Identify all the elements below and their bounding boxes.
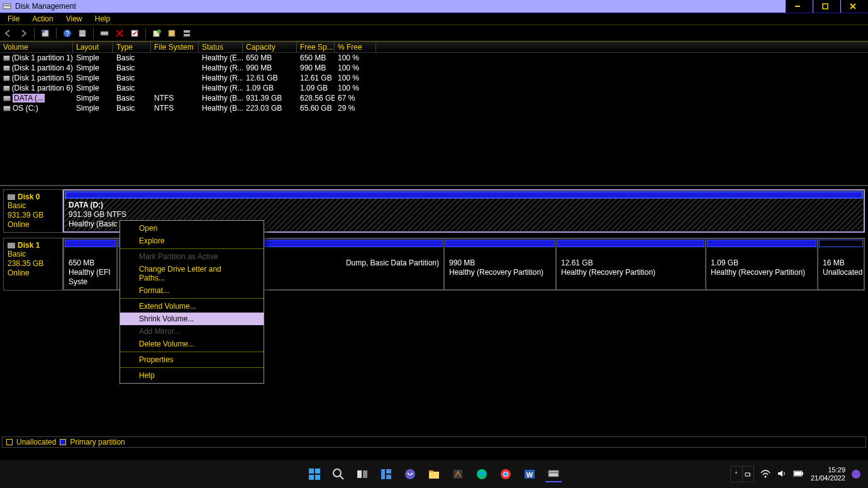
- cm-open[interactable]: Open: [120, 222, 264, 235]
- svg-rect-7: [43, 31, 45, 33]
- explorer-icon[interactable]: [426, 466, 442, 482]
- col-status[interactable]: Status: [199, 42, 243, 52]
- col-type[interactable]: Type: [113, 42, 151, 52]
- minimize-button[interactable]: [785, 0, 813, 13]
- table-row[interactable]: (Disk 1 partition 6) Simple Basic Health…: [0, 83, 868, 93]
- table-row[interactable]: (Disk 1 partition 4) Simple Basic Health…: [0, 63, 868, 73]
- svg-rect-1: [4, 5, 10, 6]
- props-icon[interactable]: [166, 28, 177, 39]
- wifi-icon[interactable]: [760, 469, 771, 480]
- table-row[interactable]: OS (C:) Simple Basic NTFS Healthy (B... …: [0, 103, 868, 113]
- chat-icon[interactable]: [402, 466, 418, 482]
- cm-extend[interactable]: Extend Volume...: [120, 300, 264, 313]
- chrome-icon[interactable]: [498, 466, 514, 482]
- context-menu: Open Explore Mark Partition as Active Ch…: [120, 220, 264, 384]
- start-button[interactable]: [306, 466, 323, 482]
- menu-view[interactable]: View: [61, 14, 87, 23]
- app-icon[interactable]: [450, 466, 466, 482]
- help-icon[interactable]: ?: [62, 28, 73, 39]
- list-icon[interactable]: [77, 28, 88, 39]
- clock[interactable]: 15:29 21/04/2022: [811, 466, 845, 482]
- cm-delete[interactable]: Delete Volume...: [120, 338, 264, 350]
- partition[interactable]: 12.61 GBHealthy (Recovery Partition): [556, 238, 706, 290]
- cm-shrink[interactable]: Shrink Volume...: [120, 313, 264, 325]
- partition[interactable]: 1.09 GBHealthy (Recovery Partition): [706, 238, 818, 290]
- svg-point-33: [405, 469, 415, 479]
- svg-rect-49: [802, 472, 803, 475]
- col-filesystem[interactable]: File System: [151, 42, 199, 52]
- partition[interactable]: 650 MBHealthy (EFI Syste: [64, 238, 117, 290]
- svg-rect-31: [386, 469, 391, 474]
- tray-overflow[interactable]: ˄: [730, 466, 754, 482]
- scope-icon[interactable]: [40, 28, 51, 39]
- disk-info-disk1[interactable]: Disk 1 Basic 238.35 GB Online: [3, 238, 63, 291]
- cm-properties[interactable]: Properties: [120, 353, 264, 366]
- taskview-icon[interactable]: [354, 466, 370, 482]
- table-row[interactable]: (Disk 1 partition 5) Simple Basic Health…: [0, 73, 868, 83]
- forward-icon[interactable]: [18, 28, 29, 39]
- layout-icon[interactable]: [181, 28, 192, 39]
- edge-icon[interactable]: [474, 466, 490, 482]
- svg-rect-24: [309, 475, 314, 480]
- svg-rect-50: [794, 472, 801, 475]
- table-row[interactable]: DATA (... Simple Basic NTFS Healthy (B..…: [0, 93, 868, 103]
- menu-action[interactable]: Action: [27, 14, 58, 23]
- col-layout[interactable]: Layout: [73, 42, 113, 52]
- svg-rect-34: [429, 472, 439, 479]
- window-title: Disk Management: [15, 2, 76, 11]
- volume-icon: [3, 96, 11, 101]
- col-free[interactable]: Free Sp...: [297, 42, 335, 52]
- widgets-icon[interactable]: [378, 466, 394, 482]
- volume-icon: [3, 55, 10, 61]
- svg-rect-32: [386, 475, 391, 479]
- svg-rect-22: [309, 469, 314, 474]
- volume-icon: [3, 65, 10, 71]
- disk-glyph-icon: [8, 194, 15, 200]
- cm-mark-active: Mark Partition as Active: [120, 250, 264, 263]
- table-row[interactable]: (Disk 1 partition 1) Simple Basic Health…: [0, 53, 868, 63]
- disk-mgmt-icon: [3, 2, 11, 11]
- menu-file[interactable]: File: [3, 14, 25, 23]
- svg-rect-29: [363, 470, 367, 478]
- svg-rect-28: [357, 470, 362, 478]
- window-titlebar: Disk Management: [0, 0, 868, 13]
- disk-mgmt-taskbar-icon[interactable]: [545, 466, 562, 482]
- battery-icon[interactable]: [793, 470, 804, 479]
- menubar: File Action View Help: [0, 13, 868, 25]
- volume-icon[interactable]: [777, 469, 787, 480]
- back-icon[interactable]: [3, 28, 14, 39]
- partition-unallocated[interactable]: 16 MBUnallocated: [818, 238, 864, 290]
- check-icon[interactable]: [129, 28, 140, 39]
- cm-format[interactable]: Format...: [120, 284, 264, 297]
- disk-info-disk0[interactable]: Disk 0 Basic 931.39 GB Online: [3, 189, 63, 233]
- partition-size-label: 931.39 GB NTFS: [69, 210, 859, 219]
- disk-glyph-icon: [8, 243, 15, 248]
- clock-time: 15:29: [811, 466, 845, 474]
- close-button[interactable]: [840, 0, 868, 13]
- partition-title: DATA (D:): [69, 201, 103, 209]
- maximize-button[interactable]: [813, 0, 840, 13]
- chevron-up-icon[interactable]: ˄: [731, 467, 742, 482]
- col-pct[interactable]: % Free: [335, 42, 376, 52]
- word-icon[interactable]: W: [521, 466, 538, 482]
- cm-add-mirror: Add Mirror...: [120, 325, 264, 338]
- taskbar: W ˄ 15:29 21/04/2022: [0, 460, 868, 488]
- volume-icon: [3, 106, 11, 111]
- partition[interactable]: 990 MBHealthy (Recovery Partition): [444, 238, 556, 290]
- menu-help[interactable]: Help: [90, 14, 116, 23]
- svg-rect-45: [745, 473, 750, 476]
- cm-explore[interactable]: Explore: [120, 235, 264, 247]
- disk-icon-tb[interactable]: [99, 28, 110, 39]
- delete-icon[interactable]: [114, 28, 125, 39]
- cm-help[interactable]: Help: [120, 369, 264, 382]
- battery-status-icon[interactable]: [742, 467, 754, 482]
- svg-rect-23: [315, 469, 320, 474]
- notification-badge[interactable]: [852, 470, 860, 479]
- legend-unallocated-swatch: [6, 439, 13, 445]
- add-icon[interactable]: [151, 28, 162, 39]
- cm-change-letter[interactable]: Change Drive Letter and Paths...: [120, 263, 264, 284]
- col-capacity[interactable]: Capacity: [243, 42, 297, 52]
- search-icon[interactable]: [330, 466, 347, 482]
- col-volume[interactable]: Volume: [0, 42, 73, 52]
- svg-text:?: ?: [65, 30, 69, 37]
